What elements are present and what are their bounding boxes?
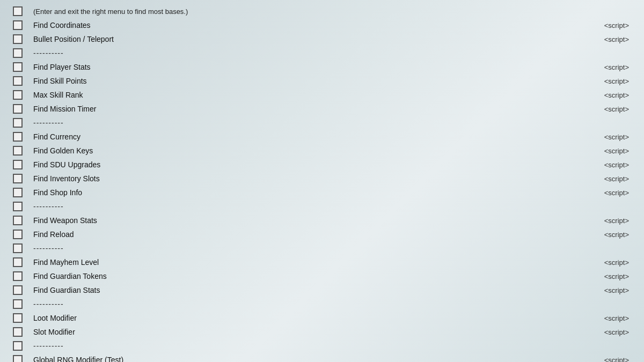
row-find-mayhem-level: Find Mayhem Level<script> xyxy=(0,255,644,269)
row-find-mission-timer: Find Mission Timer<script> xyxy=(0,102,644,116)
script-find-weapon-stats: <script> xyxy=(597,217,640,225)
checkbox-wrapper-sep1 xyxy=(4,48,31,58)
label-find-guardian-tokens: Find Guardian Tokens xyxy=(31,272,597,280)
label-global-rng-modifier: Global RNG Modifier (Test) xyxy=(31,356,597,362)
script-find-mission-timer: <script> xyxy=(597,105,640,113)
label-max-skill-rank: Max Skill Rank xyxy=(31,91,597,99)
script-find-inventory-slots: <script> xyxy=(597,175,640,183)
row-sep2: ---------- xyxy=(0,116,644,130)
label-sep2: ---------- xyxy=(31,119,640,127)
checkbox-find-reload[interactable] xyxy=(13,230,23,239)
row-find-sdu-upgrades: Find SDU Upgrades<script> xyxy=(0,158,644,172)
checkbox-find-shop-info[interactable] xyxy=(13,188,23,197)
checkbox-bullet-position[interactable] xyxy=(13,34,23,44)
row-note: (Enter and exit the right menu to find m… xyxy=(0,4,644,18)
row-sep6: ---------- xyxy=(0,339,644,353)
script-find-golden-keys: <script> xyxy=(597,147,640,155)
checkbox-find-mission-timer[interactable] xyxy=(13,104,23,114)
checkbox-wrapper-note xyxy=(4,6,31,16)
checkbox-wrapper-sep5 xyxy=(4,299,31,309)
row-find-reload: Find Reload<script> xyxy=(0,227,644,241)
label-find-player-stats: Find Player Stats xyxy=(31,63,597,71)
checkbox-wrapper-find-reload xyxy=(4,230,31,239)
checkbox-wrapper-find-currency xyxy=(4,132,31,142)
row-max-skill-rank: Max Skill Rank<script> xyxy=(0,88,644,102)
row-find-coordinates: Find Coordinates<script> xyxy=(0,18,644,32)
checkbox-find-mayhem-level[interactable] xyxy=(13,257,23,267)
row-sep4: ---------- xyxy=(0,241,644,255)
checkbox-max-skill-rank[interactable] xyxy=(13,90,23,100)
checkbox-find-player-stats[interactable] xyxy=(13,62,23,72)
checkbox-wrapper-find-guardian-tokens xyxy=(4,271,31,281)
label-find-shop-info: Find Shop Info xyxy=(31,188,597,197)
row-find-currency: Find Currency<script> xyxy=(0,130,644,144)
script-find-shop-info: <script> xyxy=(597,189,640,197)
checkbox-global-rng-modifier[interactable] xyxy=(13,355,23,362)
checkbox-sep5[interactable] xyxy=(13,299,23,309)
label-find-golden-keys: Find Golden Keys xyxy=(31,146,597,155)
checkbox-wrapper-global-rng-modifier xyxy=(4,355,31,362)
checkbox-sep2[interactable] xyxy=(13,118,23,128)
checkbox-wrapper-find-inventory-slots xyxy=(4,174,31,183)
checkbox-loot-modifier[interactable] xyxy=(13,313,23,323)
row-find-shop-info: Find Shop Info<script> xyxy=(0,186,644,200)
row-find-weapon-stats: Find Weapon Stats<script> xyxy=(0,213,644,227)
checkbox-sep6[interactable] xyxy=(13,341,23,351)
script-find-currency: <script> xyxy=(597,133,640,141)
checkbox-find-currency[interactable] xyxy=(13,132,23,142)
label-sep1: ---------- xyxy=(31,49,640,57)
script-find-guardian-tokens: <script> xyxy=(597,272,640,280)
checkbox-wrapper-sep6 xyxy=(4,341,31,351)
label-sep3: ---------- xyxy=(31,202,640,211)
script-find-sdu-upgrades: <script> xyxy=(597,161,640,169)
checkbox-find-skill-points[interactable] xyxy=(13,76,23,86)
checkbox-sep4[interactable] xyxy=(13,243,23,253)
checkbox-find-guardian-tokens[interactable] xyxy=(13,271,23,281)
checkbox-sep3[interactable] xyxy=(13,202,23,211)
checkbox-find-guardian-stats[interactable] xyxy=(13,285,23,295)
label-find-sdu-upgrades: Find SDU Upgrades xyxy=(31,160,597,169)
row-loot-modifier: Loot Modifier<script> xyxy=(0,311,644,325)
label-find-guardian-stats: Find Guardian Stats xyxy=(31,286,597,294)
checkbox-find-weapon-stats[interactable] xyxy=(13,216,23,225)
label-find-reload: Find Reload xyxy=(31,230,597,239)
checkbox-wrapper-find-shop-info xyxy=(4,188,31,197)
row-find-golden-keys: Find Golden Keys<script> xyxy=(0,144,644,158)
label-find-inventory-slots: Find Inventory Slots xyxy=(31,174,597,183)
checkbox-wrapper-find-skill-points xyxy=(4,76,31,86)
row-find-inventory-slots: Find Inventory Slots<script> xyxy=(0,172,644,186)
script-loot-modifier: <script> xyxy=(597,314,640,322)
checkbox-wrapper-find-weapon-stats xyxy=(4,216,31,225)
label-sep6: ---------- xyxy=(31,342,640,350)
script-slot-modifier: <script> xyxy=(597,328,640,336)
main-container: (Enter and exit the right menu to find m… xyxy=(0,0,644,362)
row-slot-modifier: Slot Modifier<script> xyxy=(0,325,644,339)
row-find-player-stats: Find Player Stats<script> xyxy=(0,60,644,74)
label-find-currency: Find Currency xyxy=(31,132,597,141)
checkbox-wrapper-sep4 xyxy=(4,243,31,253)
label-bullet-position: Bullet Position / Teleport xyxy=(31,35,597,43)
checkbox-wrapper-find-coordinates xyxy=(4,20,31,30)
row-global-rng-modifier: Global RNG Modifier (Test)<script> xyxy=(0,353,644,362)
script-max-skill-rank: <script> xyxy=(597,91,640,99)
checkbox-find-sdu-upgrades[interactable] xyxy=(13,160,23,169)
checkbox-find-inventory-slots[interactable] xyxy=(13,174,23,183)
label-sep4: ---------- xyxy=(31,244,640,253)
checkbox-find-golden-keys[interactable] xyxy=(13,146,23,156)
checkbox-find-coordinates[interactable] xyxy=(13,20,23,30)
checkbox-wrapper-sep2 xyxy=(4,118,31,128)
row-bullet-position: Bullet Position / Teleport<script> xyxy=(0,32,644,46)
label-slot-modifier: Slot Modifier xyxy=(31,328,597,336)
label-find-weapon-stats: Find Weapon Stats xyxy=(31,216,597,225)
row-find-guardian-tokens: Find Guardian Tokens<script> xyxy=(0,269,644,283)
checkbox-slot-modifier[interactable] xyxy=(13,327,23,337)
script-global-rng-modifier: <script> xyxy=(597,356,640,363)
checkbox-note[interactable] xyxy=(13,6,23,16)
script-find-player-stats: <script> xyxy=(597,63,640,71)
label-note: (Enter and exit the right menu to find m… xyxy=(31,8,640,16)
checkbox-wrapper-find-player-stats xyxy=(4,62,31,72)
checkbox-wrapper-slot-modifier xyxy=(4,327,31,337)
script-find-reload: <script> xyxy=(597,231,640,239)
script-find-skill-points: <script> xyxy=(597,77,640,85)
checkbox-sep1[interactable] xyxy=(13,48,23,58)
